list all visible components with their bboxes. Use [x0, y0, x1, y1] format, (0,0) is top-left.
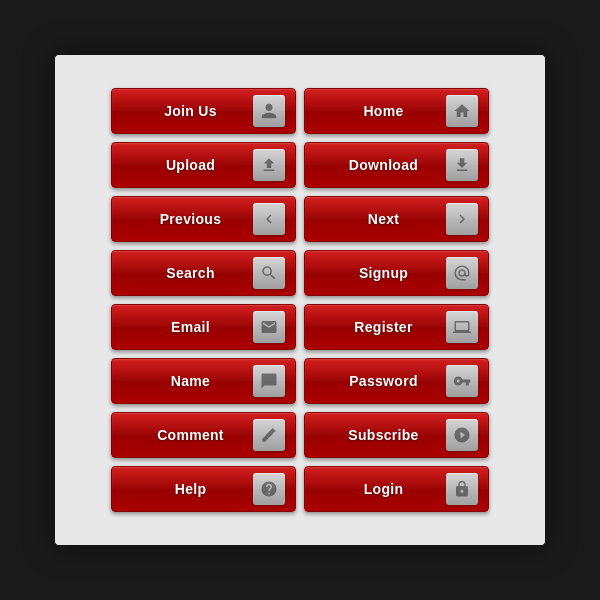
signup-label: Signup — [321, 265, 446, 281]
search-label: Search — [128, 265, 253, 281]
upload-label: Upload — [128, 157, 253, 173]
card: Join Us Home Upload Download Previous Ne… — [55, 55, 545, 545]
email-icon — [253, 311, 285, 343]
name-button[interactable]: Name — [111, 358, 296, 404]
login-button[interactable]: Login — [304, 466, 489, 512]
register-button[interactable]: Register — [304, 304, 489, 350]
login-label: Login — [321, 481, 446, 497]
register-icon — [446, 311, 478, 343]
previous-icon — [253, 203, 285, 235]
help-icon — [253, 473, 285, 505]
subscribe-label: Subscribe — [321, 427, 446, 443]
download-icon — [446, 149, 478, 181]
comment-label: Comment — [128, 427, 253, 443]
help-button[interactable]: Help — [111, 466, 296, 512]
subscribe-icon — [446, 419, 478, 451]
next-label: Next — [321, 211, 446, 227]
comment-icon — [253, 419, 285, 451]
home-button[interactable]: Home — [304, 88, 489, 134]
signup-icon — [446, 257, 478, 289]
download-button[interactable]: Download — [304, 142, 489, 188]
button-grid: Join Us Home Upload Download Previous Ne… — [91, 68, 509, 532]
previous-button[interactable]: Previous — [111, 196, 296, 242]
name-icon — [253, 365, 285, 397]
password-label: Password — [321, 373, 446, 389]
home-label: Home — [321, 103, 446, 119]
join-us-button[interactable]: Join Us — [111, 88, 296, 134]
next-button[interactable]: Next — [304, 196, 489, 242]
upload-icon — [253, 149, 285, 181]
search-button[interactable]: Search — [111, 250, 296, 296]
search-icon — [253, 257, 285, 289]
upload-button[interactable]: Upload — [111, 142, 296, 188]
previous-label: Previous — [128, 211, 253, 227]
help-label: Help — [128, 481, 253, 497]
login-icon — [446, 473, 478, 505]
join-us-label: Join Us — [128, 103, 253, 119]
home-icon — [446, 95, 478, 127]
password-icon — [446, 365, 478, 397]
register-label: Register — [321, 319, 446, 335]
email-button[interactable]: Email — [111, 304, 296, 350]
join-us-icon — [253, 95, 285, 127]
signup-button[interactable]: Signup — [304, 250, 489, 296]
comment-button[interactable]: Comment — [111, 412, 296, 458]
email-label: Email — [128, 319, 253, 335]
next-icon — [446, 203, 478, 235]
download-label: Download — [321, 157, 446, 173]
subscribe-button[interactable]: Subscribe — [304, 412, 489, 458]
password-button[interactable]: Password — [304, 358, 489, 404]
name-label: Name — [128, 373, 253, 389]
